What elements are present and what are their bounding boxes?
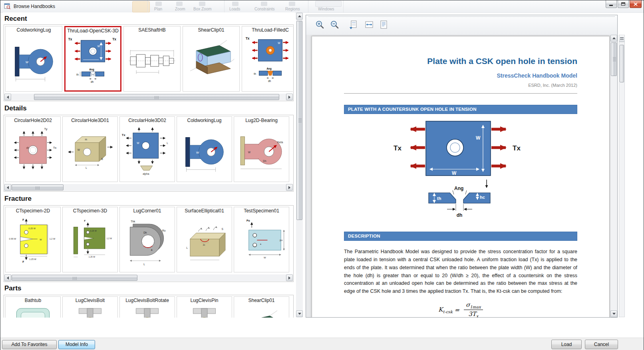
cancel-button[interactable]: Cancel [585,340,618,349]
handbook-card-surfaceelliptical01[interactable]: SurfaceElliptical01 [177,207,232,272]
recent-horizontal-scrollbar[interactable] [4,94,293,100]
scroll-down-button[interactable] [296,310,303,317]
zoom-in-icon [315,20,325,30]
ghost-ribbon-item-windows: Windows [318,7,334,11]
description-paragraph: The Parametric Handbook Model was design… [344,248,577,296]
handbook-card-label: CircularHole3D01 [63,117,117,124]
add-to-favorites-button[interactable]: Add To Favorites [2,340,57,349]
zoom-in-button[interactable] [314,19,326,31]
handbook-card-circularhole2d02[interactable]: CircularHole2D02 [5,116,61,182]
scrollbar-thumb[interactable] [12,275,137,281]
formula-numerator-sub: 1max [470,305,481,309]
preview-vertical-scrollbar[interactable] [610,35,617,317]
handbook-card-lug2d-bearing[interactable]: Lug2D-Bearing [234,116,289,182]
minimize-button[interactable] [606,0,617,8]
handbook-card-ctspecimen-2d[interactable]: CTspecimen-2D [5,207,61,272]
minimize-icon [609,2,613,6]
scroll-right-button[interactable] [286,184,293,191]
diagram-label-th: th [437,196,441,201]
model-info-button[interactable]: Model Info [58,340,95,349]
handbook-card-label: Bathtub [6,297,60,304]
scroll-right-button[interactable] [286,274,293,281]
ghost-ribbon-item-regions: Regions [285,7,300,11]
scrollbar-thumb[interactable] [620,45,624,82]
handbook-card-thruload-filledcsk[interactable]: ThruLoad-FilledC [242,26,293,92]
maximize-icon [621,2,626,6]
handbook-card-label: Lug2D-Bearing [234,117,289,124]
titlebar: Browse Handbooks Plan Zoom Box Zoom Load… [0,0,644,13]
handbook-card-coldworkinglug[interactable]: ColdworkingLug [5,26,62,92]
ghost-separator [308,0,308,12]
load-button[interactable]: Load [551,340,582,349]
formula-lhs: K [438,306,443,313]
zoom-out-icon [330,20,340,30]
ghost-ribbon-button [315,1,342,7]
fracture-cards-row: CTspecimen-2D CTspecimen-3D LugCorner01 … [4,206,293,274]
handbook-card-lugcorner01[interactable]: LugCorner01 [119,207,175,272]
handbook-card-lugclevispin[interactable]: LugClevisPin [177,296,232,318]
header-rule [344,93,577,94]
splitter-icon [620,37,624,40]
handbook-card-bathtub[interactable]: Bathtub [5,296,61,318]
scroll-up-button[interactable] [610,35,617,42]
handbook-thumbnail [121,304,173,318]
ghost-ribbon-icon [176,2,183,6]
handbook-card-saeshafthb[interactable]: SAEShaftHB [123,26,181,92]
model-banner: PLATE WITH A COUNTERSUNK OPEN HOLE IN TE… [344,105,577,114]
section-title-recent: Recent [4,15,27,23]
formula-numerator: σ [466,301,470,308]
outer-scrollbar[interactable] [619,35,625,317]
scroll-up-button[interactable] [296,13,303,20]
actual-size-button[interactable] [348,19,360,31]
scroll-left-button[interactable] [4,184,11,191]
fit-width-button[interactable] [363,19,375,31]
formula-denominator: 3T [468,310,476,317]
handbook-card-label: LugCorner01 [120,207,175,214]
plate-diagram: Tx Tx W W Ang [349,119,572,219]
handbook-card-label: LugClevisBolt [63,297,117,304]
handbook-thumbnail [121,124,173,179]
scrollbar-thumb[interactable] [12,184,64,190]
details-horizontal-scrollbar[interactable] [4,184,293,191]
handbook-thumbnail [67,34,119,90]
ghost-ribbon-icon [155,2,162,6]
formula-lhs-sub: t-csk [443,310,453,314]
scrollbar-thumb[interactable] [296,21,302,220]
maximize-button[interactable] [618,0,629,8]
section-details: CircularHole2D02 CircularHole3D01 Circul… [4,115,294,192]
handbook-card-thruload-opencsk-3d[interactable]: ThruLoad-OpenCSK-3D [64,26,121,92]
splitter-button[interactable] [619,35,624,42]
reading-view-icon [379,20,389,30]
section-parts: Bathtub LugClevisBolt LugClevisBoltRotat… [4,295,294,318]
handbook-card-coldworkinglug-2[interactable]: ColdworkingLug [177,116,232,182]
document-byline: ESRD, Inc. (March 2012) [344,83,577,88]
scroll-left-button[interactable] [4,274,11,281]
fit-width-icon [364,20,374,30]
handbook-thumbnail [178,124,231,179]
handbook-card-label: SAEShaftHB [124,26,180,34]
handbook-card-label: ShearClip01 [234,297,289,304]
scroll-right-button[interactable] [286,94,293,100]
handbook-card-testspecimen01[interactable]: TestSpecimen01 [234,207,289,272]
handbook-card-lugclevisboltrotate[interactable]: LugClevisBoltRotate [119,296,175,318]
close-button[interactable] [630,0,642,8]
scrollbar-thumb[interactable] [611,42,617,76]
handbook-list-vertical-scrollbar[interactable] [296,13,303,317]
handbook-card-ctspecimen-3d[interactable]: CTspecimen-3D [62,207,118,272]
handbook-card-lugclevisbolt[interactable]: LugClevisBolt [62,296,118,318]
scrollbar-thumb[interactable] [34,94,279,100]
handbook-thumbnail [178,214,231,270]
scroll-left-button[interactable] [4,94,11,100]
handbook-card-shearclip01[interactable]: ShearClip01 [183,26,240,92]
handbook-card-circularhole3d01[interactable]: CircularHole3D01 [62,116,118,182]
reading-view-button[interactable] [378,19,390,31]
fracture-horizontal-scrollbar[interactable] [4,274,293,281]
scroll-down-button[interactable] [610,310,617,317]
diagram-label-dh: dh [457,212,463,218]
handbook-thumbnail [7,214,59,270]
handbook-card-circularhole3d02[interactable]: CircularHole3D02 [119,116,175,182]
handbook-card-shearclip01-2[interactable]: ShearClip01 [234,296,289,318]
ghost-ribbon-icon [261,2,267,6]
zoom-out-button[interactable] [329,19,341,31]
diagram-label-hc: hc [480,195,485,200]
